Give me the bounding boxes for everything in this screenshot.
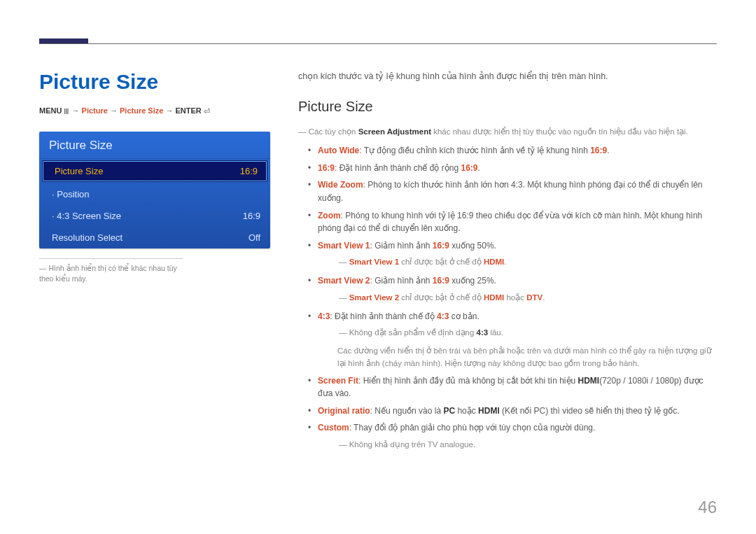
- opt-original-ratio: Original ratio: Nếu nguồn vào là PC hoặc…: [308, 405, 717, 418]
- right-column: chọn kích thước và tỷ lệ khung hình của …: [298, 70, 717, 457]
- osd-row-label: 4:3 Screen Size: [52, 211, 121, 221]
- n-b: chỉ được bật ở chế độ: [399, 293, 484, 302]
- osd-panel: Picture Size Picture Size 16:9 Position …: [39, 132, 270, 248]
- opt-key2: 16:9: [590, 146, 607, 155]
- opt-text: : Phóng to kích thước hình ảnh lớn hơn 4…: [318, 180, 703, 203]
- sv1-note: Smart View 1 chỉ được bật ở chế độ HDMI.: [339, 256, 717, 269]
- osd-row-value: 16:9: [240, 166, 258, 176]
- custom-note: Không khả dụng trên TV analogue.: [339, 439, 717, 451]
- ft-note-1: Không đặt sản phẩm về định dạng 4:3 lâu.: [339, 327, 717, 339]
- note-b: Screen Adjustment: [358, 127, 431, 136]
- bc-picture: Picture: [82, 106, 108, 115]
- opt-text2: xuống 25%.: [449, 276, 496, 286]
- osd-row-resolution-select[interactable]: Resolution Select Off: [39, 227, 270, 248]
- opt-key: Custom: [318, 423, 349, 433]
- n-a: Không đặt sản phẩm về định dạng: [349, 328, 477, 337]
- bc-enter: ENTER: [175, 106, 201, 115]
- n-e: DTV: [526, 293, 542, 302]
- opt-key: Smart View 1: [318, 241, 370, 251]
- n-a: Smart View 1: [349, 258, 399, 266]
- menu-button-icon: Ⅲ: [64, 107, 69, 115]
- section-heading: Picture Size: [298, 96, 717, 118]
- opt-text: : Hiển thị hình ảnh đầy đủ mà không bị c…: [358, 376, 578, 386]
- opt-screen-fit: Screen Fit: Hiển thị hình ảnh đầy đủ mà …: [308, 374, 717, 400]
- opt-text2: cơ bản.: [449, 311, 479, 321]
- n-a: Smart View 2: [349, 293, 399, 302]
- opt-text: : Tự động điều chỉnh kích thước hình ảnh…: [359, 146, 590, 155]
- osd-row-value: Off: [248, 232, 260, 243]
- opt-key: Screen Fit: [318, 376, 358, 386]
- opt-text2: .: [607, 146, 609, 155]
- opt-key2: PC: [443, 406, 455, 416]
- opt-key: Wide Zoom: [318, 180, 363, 190]
- bc-arrow3: →: [165, 106, 175, 115]
- osd-row-label: Resolution Select: [52, 232, 122, 243]
- option-list: Auto Wide: Tự động điều chỉnh kích thước…: [308, 144, 717, 451]
- osd-title: Picture Size: [39, 132, 270, 159]
- page-content: Picture Size MENU Ⅲ → Picture → Picture …: [0, 0, 756, 457]
- osd-row-label: Position: [52, 189, 89, 199]
- intro-text: chọn kích thước và tỷ lệ khung hình của …: [298, 70, 717, 83]
- opt-16-9: 16:9: Đặt hình ảnh thành chế độ rộng 16:…: [308, 162, 717, 175]
- opt-custom: Custom: Thay đổi độ phân giải cho phù hợ…: [308, 421, 717, 451]
- left-column: Picture Size MENU Ⅲ → Picture → Picture …: [39, 70, 270, 457]
- bc-arrow2: →: [110, 106, 120, 115]
- opt-text: : Đặt hình ảnh thành chế độ rộng: [335, 163, 461, 173]
- opt-4-3: 4:3: Đặt hình ảnh thành chế độ 4:3 cơ bả…: [308, 310, 717, 370]
- opt-smart-view-1: Smart View 1: Giảm hình ảnh 16:9 xuống 5…: [308, 239, 717, 269]
- sv2-note: Smart View 2 chỉ được bật ở chế độ HDMI …: [339, 292, 717, 304]
- header-rule: [39, 43, 717, 44]
- opt-key: Smart View 2: [318, 276, 370, 286]
- opt-text3: (Kết nối PC) thì video sẽ hiển thị theo …: [500, 406, 680, 416]
- n-b: 4:3: [477, 328, 489, 337]
- enter-button-icon: ⏎: [204, 107, 210, 115]
- page-number: 46: [698, 498, 717, 517]
- bc-menu: MENU: [39, 106, 62, 115]
- opt-text: : Phóng to khung hình với tỷ lệ 16:9 the…: [318, 211, 702, 234]
- n-b: chỉ được bật ở chế độ: [399, 258, 484, 266]
- opt-key: 4:3: [318, 311, 330, 321]
- note-c: khác nhau được hiển thị tùy thuộc vào ng…: [431, 127, 688, 136]
- opt-text2: .: [478, 163, 480, 173]
- left-footnote: Hình ảnh hiển thị có thể khác nhau tùy t…: [39, 258, 183, 286]
- osd-row-picture-size[interactable]: Picture Size 16:9: [42, 160, 267, 182]
- opt-text2: xuống 50%.: [449, 241, 496, 251]
- opt-text2: hoặc: [455, 406, 478, 416]
- opt-key: Zoom: [318, 211, 341, 220]
- opt-key: Auto Wide: [318, 146, 359, 155]
- opt-key: 16:9: [318, 163, 335, 173]
- opt-smart-view-2: Smart View 2: Giảm hình ảnh 16:9 xuống 2…: [308, 274, 717, 304]
- opt-text: : Thay đổi độ phân giải cho phù hợp với …: [349, 423, 596, 433]
- menu-path: MENU Ⅲ → Picture → Picture Size → ENTER …: [39, 106, 270, 116]
- opt-key2: HDMI: [578, 376, 600, 386]
- opt-zoom: Zoom: Phóng to khung hình với tỷ lệ 16:9…: [308, 209, 717, 235]
- opt-text: : Đặt hình ảnh thành chế độ: [330, 311, 437, 321]
- page-title: Picture Size: [39, 70, 270, 94]
- opt-text: : Giảm hình ảnh: [370, 276, 432, 286]
- n-c: lâu.: [488, 328, 503, 337]
- n-c: HDMI: [484, 293, 504, 302]
- bc-picturesize: Picture Size: [120, 106, 163, 115]
- n-d: hoặc: [504, 293, 526, 302]
- osd-row-43-screen-size[interactable]: 4:3 Screen Size 16:9: [39, 205, 270, 227]
- opt-key3: HDMI: [478, 406, 500, 416]
- opt-key2: 16:9: [433, 241, 449, 251]
- opt-key2: 4:3: [437, 311, 449, 321]
- n-f: .: [542, 293, 545, 302]
- n-d: .: [504, 258, 506, 266]
- top-note: Các tùy chọn Screen Adjustment khác nhau…: [298, 126, 717, 139]
- osd-row-label: Picture Size: [55, 166, 103, 176]
- osd-row-value: 16:9: [243, 211, 260, 221]
- bc-arrow1: →: [72, 106, 82, 115]
- n-c: HDMI: [484, 258, 504, 266]
- osd-row-position[interactable]: Position: [39, 183, 270, 205]
- opt-key: Original ratio: [318, 406, 370, 416]
- note-a: Các tùy chọn: [309, 127, 358, 136]
- opt-auto-wide: Auto Wide: Tự động điều chỉnh kích thước…: [308, 144, 717, 157]
- opt-key2: 16:9: [433, 276, 449, 286]
- opt-text: : Giảm hình ảnh: [370, 241, 432, 251]
- opt-text: : Nếu nguồn vào là: [370, 406, 444, 416]
- opt-key2: 16:9: [461, 163, 477, 173]
- opt-wide-zoom: Wide Zoom: Phóng to kích thước hình ảnh …: [308, 178, 717, 204]
- ft-note-2: Các đường viền hiển thị ở bên trái và bê…: [337, 345, 717, 370]
